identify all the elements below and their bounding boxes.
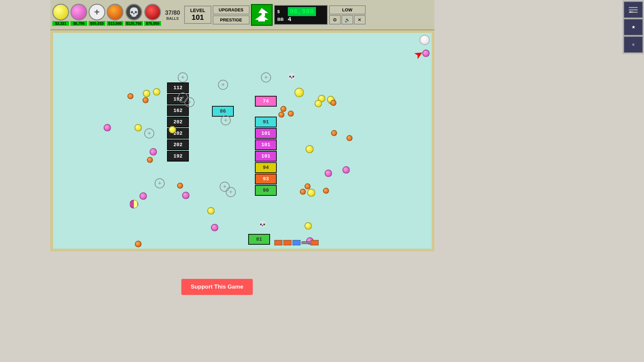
support-button[interactable]: Support This Game xyxy=(181,279,253,295)
ball-price-yellow: $3,321 xyxy=(52,21,69,26)
level-box: LEVEL 101 xyxy=(184,6,211,24)
svg-text:A=: A= xyxy=(629,10,633,13)
ball-yellow-1 xyxy=(143,90,150,97)
svg-marker-4 xyxy=(258,8,268,16)
ball-white-corner xyxy=(420,35,430,45)
block-101-2: 101 xyxy=(255,139,277,150)
sidebar-btn-3[interactable]: ≡ xyxy=(624,36,643,53)
level-label: LEVEL xyxy=(190,8,205,13)
ball-pink-1 xyxy=(104,124,111,131)
ball-halfpink-1 xyxy=(129,200,138,208)
bar-seg-1 xyxy=(274,240,282,245)
balls-count-display: 37/80 BALLS xyxy=(162,9,183,20)
quality-display: LOW xyxy=(329,5,366,14)
money-display: $ 96,988 BB 4 xyxy=(274,5,328,25)
upgrades-button[interactable]: UPGRADES xyxy=(213,5,250,14)
plus-sign-2: + xyxy=(261,72,271,82)
block-93: 93 xyxy=(255,174,277,184)
mute-button[interactable]: 🔊 xyxy=(341,15,353,24)
hud: $3,321 $5,796 + $55,033 $13,500 💀 $126,7… xyxy=(50,0,434,30)
ball-orange-1 xyxy=(127,93,133,99)
right-sidebar: A= ★ ≡ xyxy=(622,0,644,54)
prestige-button[interactable]: PRESTIGE xyxy=(213,15,250,24)
ball-yellow-2 xyxy=(153,88,160,96)
plus-sign-4: + xyxy=(184,97,195,107)
ball-price-fire: $13,500 xyxy=(107,21,123,26)
ball-yellow-10 xyxy=(169,126,176,133)
bar-seg-2 xyxy=(283,240,291,245)
skull-2: 💀 xyxy=(257,219,268,230)
settings-area: LOW ⚙ 🔊 ✕ xyxy=(329,5,366,24)
block-202-1: 202 xyxy=(167,117,189,127)
ball-slot-pink[interactable]: $5,796 xyxy=(70,4,87,26)
ball-orange-5 xyxy=(278,112,284,118)
block-94: 94 xyxy=(255,162,277,173)
ball-price-pink: $5,796 xyxy=(70,21,87,26)
block-81: 81 xyxy=(248,234,270,245)
ball-yellow-7 xyxy=(306,145,314,153)
block-202-3: 202 xyxy=(167,139,189,150)
bar-seg-3 xyxy=(292,240,301,245)
ball-slot-nuclear[interactable]: $75,000 xyxy=(144,4,161,26)
money-row: $ 96,988 xyxy=(277,7,324,16)
ball-orange-13 xyxy=(300,189,306,195)
bb-row: BB 4 xyxy=(277,16,324,23)
ball-price-nuclear: $75,000 xyxy=(144,21,161,26)
block-74: 74 xyxy=(255,96,277,107)
ball-icon-skull: 💀 xyxy=(125,4,142,20)
ball-orange-2 xyxy=(143,97,149,103)
block-91: 91 xyxy=(255,117,277,127)
ball-icon-plus: + xyxy=(89,4,105,20)
block-162: 162 xyxy=(167,105,189,116)
plus-sign-10: + xyxy=(155,178,165,188)
block-101-3: 101 xyxy=(255,151,277,162)
balls-label: BALLS xyxy=(166,16,179,20)
ball-orange-9 xyxy=(346,135,353,141)
sidebar-btn-2[interactable]: ★ xyxy=(624,19,643,36)
ball-slot-plus[interactable]: + $55,033 xyxy=(89,4,105,26)
game-wrapper: $3,321 $5,796 + $55,033 $13,500 💀 $126,7… xyxy=(50,0,434,261)
svg-marker-5 xyxy=(255,15,268,21)
ball-yellow-9 xyxy=(307,189,315,197)
ball-icon-fire xyxy=(107,4,123,20)
cursor-arrow: ➤ xyxy=(412,47,426,62)
ball-yellow-6 xyxy=(315,100,322,107)
block-86: 86 xyxy=(212,106,234,117)
balls-count-value: 37/80 xyxy=(165,9,180,16)
close-button[interactable]: ✕ xyxy=(354,15,366,24)
level-number: 101 xyxy=(192,13,204,22)
ball-slot-yellow[interactable]: $3,321 xyxy=(52,4,69,26)
ball-pink-5 xyxy=(211,224,218,231)
ball-orange-6 xyxy=(288,111,294,117)
ball-slot-fire[interactable]: $13,500 xyxy=(107,4,123,26)
ball-icon-yellow xyxy=(52,4,69,20)
ball-orange-4 xyxy=(280,106,286,112)
skull-1: 💀 xyxy=(286,71,297,82)
plus-sign-1: + xyxy=(178,72,188,82)
ball-slot-skull[interactable]: 💀 $126,750 xyxy=(125,4,143,26)
ball-orange-12 xyxy=(305,183,311,189)
bb-label: BB xyxy=(277,17,286,22)
bar-seg-5 xyxy=(311,240,319,245)
block-112: 112 xyxy=(167,82,189,93)
ball-orange-8 xyxy=(331,130,337,136)
ball-price-skull: $126,750 xyxy=(125,21,143,26)
sidebar-btn-1[interactable]: A= xyxy=(624,1,643,18)
prestige-arrows-svg xyxy=(253,6,270,23)
ball-icon-nuclear xyxy=(144,4,161,20)
plus-sign-7: + xyxy=(221,115,231,125)
settings-gear-button[interactable]: ⚙ xyxy=(329,15,341,24)
game-field[interactable]: 112 192 162 202 202 202 192 86 74 91 101… xyxy=(50,30,434,251)
plus-sign-6: + xyxy=(226,187,236,197)
money-value: 96,988 xyxy=(290,8,314,15)
launcher-indicator xyxy=(274,240,319,245)
plus-sign-11: + xyxy=(218,80,228,90)
plus-sign-8: + xyxy=(144,128,154,138)
ball-pink-3 xyxy=(140,192,147,200)
settings-controls: ⚙ 🔊 ✕ xyxy=(329,15,366,24)
ball-orange-3 xyxy=(147,157,153,163)
ball-orange-10 xyxy=(177,183,183,189)
prestige-icon[interactable] xyxy=(251,4,273,26)
block-90: 90 xyxy=(255,185,277,196)
upgrades-prestige: UPGRADES PRESTIGE xyxy=(213,5,250,24)
